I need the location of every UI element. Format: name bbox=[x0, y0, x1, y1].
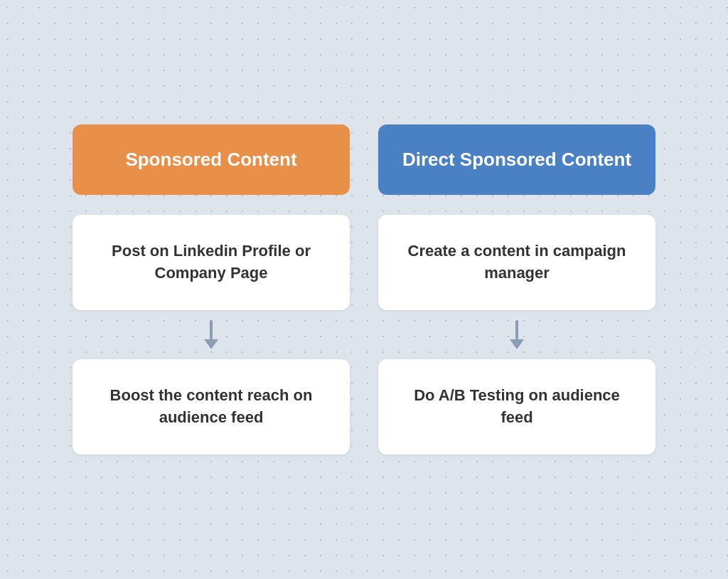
direct-sponsored-content-header: Direct Sponsored Content bbox=[378, 124, 655, 195]
right-step-2-box: Do A/B Testing on audience feed bbox=[378, 359, 655, 455]
right-arrow-shaft bbox=[515, 320, 518, 340]
right-arrow-row bbox=[378, 310, 655, 359]
left-step-1-box: Post on Linkedin Profile or Company Page bbox=[73, 215, 350, 310]
left-arrow-down bbox=[204, 320, 218, 349]
left-arrow-row bbox=[73, 310, 350, 359]
left-step-2-box: Boost the content reach on audience feed bbox=[73, 359, 350, 455]
left-arrow-shaft bbox=[210, 320, 213, 340]
left-arrow-head bbox=[204, 339, 218, 349]
right-step-1-box: Create a content in campaign manager bbox=[378, 215, 655, 310]
sponsored-content-header: Sponsored Content bbox=[73, 124, 350, 195]
right-arrow-down bbox=[510, 320, 524, 349]
comparison-diagram: Sponsored Content Direct Sponsored Conte… bbox=[73, 124, 655, 454]
right-arrow-head bbox=[510, 339, 524, 349]
